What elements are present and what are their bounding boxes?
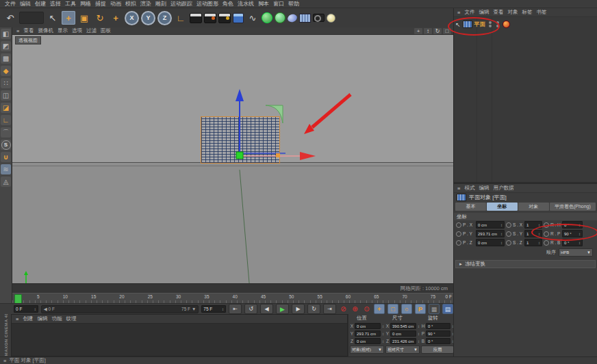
add-cube-object-icon[interactable] — [233, 13, 244, 23]
menu-file[interactable]: 文件 — [3, 0, 18, 8]
apply-button[interactable]: 应用 — [421, 346, 454, 354]
vp-menu-panel[interactable]: 面板 — [99, 27, 113, 34]
rot-b-field[interactable]: 0 ° — [426, 338, 450, 344]
record-keyframe-button[interactable]: ⊘ — [339, 304, 348, 313]
z-axis-lock-button[interactable]: Z — [157, 11, 172, 25]
keyframe-ring-icon[interactable] — [456, 231, 461, 237]
tab-basic[interactable]: 基本 — [455, 203, 486, 211]
workplane-mode-icon[interactable]: ◆ — [1, 66, 11, 76]
mat-menu-function[interactable]: 功能 — [49, 315, 64, 322]
menu-mograph[interactable]: 运动图形 — [194, 0, 220, 8]
end-frame-field[interactable]: 75 F ↕ — [201, 305, 226, 313]
vp-menu-display[interactable]: 显示 — [55, 27, 70, 34]
edges-mode-icon[interactable]: ◫ — [1, 90, 11, 101]
lock-workplane-icon[interactable]: ◬ — [1, 177, 11, 187]
points-mode-icon[interactable]: ∷ — [1, 78, 11, 88]
play-reverse-button[interactable]: ↺ — [244, 304, 257, 314]
order-dropdown[interactable]: HPB▼ — [559, 248, 593, 257]
mat-hamburger-icon[interactable]: ≡ — [14, 316, 21, 322]
size-mode-dropdown[interactable]: 相对尺寸▼ — [385, 346, 420, 354]
rot-p-field[interactable]: 90 ° — [426, 330, 450, 337]
vp-menu-cameras[interactable]: 摄像机 — [36, 27, 55, 34]
tab-object[interactable]: 对象 — [518, 203, 549, 211]
x-axis-arrowhead[interactable] — [300, 152, 316, 160]
keyframe-ring-icon[interactable] — [506, 231, 511, 237]
spinner-icon[interactable]: ↕ — [382, 332, 384, 336]
camera-object-icon[interactable] — [313, 14, 325, 22]
position-mode-dropdown[interactable]: 对象(相对)▼ — [350, 346, 384, 354]
polygons-mode-icon[interactable]: ◪ — [1, 103, 11, 113]
subdivision-surface-icon[interactable] — [262, 12, 272, 23]
mat-menu-texture[interactable]: 纹理 — [64, 315, 78, 322]
goto-start-button[interactable]: ⇤ — [229, 304, 242, 314]
menu-snap[interactable]: 捕捉 — [93, 0, 108, 8]
play-button[interactable]: ▶ — [276, 304, 289, 314]
array-generator-icon[interactable] — [275, 12, 285, 23]
sz-field[interactable]: 1↕ — [524, 239, 542, 246]
record-rotation-toggle[interactable]: ○ — [401, 304, 412, 314]
undo-icon[interactable]: ↶ — [3, 11, 17, 25]
vp-menu-options[interactable]: 选项 — [70, 27, 84, 34]
y-axis-lock-button[interactable]: Y — [141, 11, 155, 25]
pos-z-field[interactable]: 0 cm — [355, 338, 381, 344]
phong-tag-icon[interactable] — [503, 21, 510, 28]
tab-phong[interactable]: 平滑着色(Phong) — [550, 203, 596, 211]
menu-sculpt[interactable]: 雕刻 — [153, 0, 168, 8]
spinner-icon[interactable]: ↕ — [222, 307, 224, 311]
size-x-field[interactable]: 390.545 cm — [390, 323, 416, 329]
texture-mode-icon[interactable]: ▩ — [1, 53, 11, 64]
size-y-field[interactable]: 0 cm — [390, 330, 416, 337]
om-menu-edit[interactable]: 编辑 — [477, 9, 491, 16]
goto-end-button[interactable]: ⇥ — [323, 304, 336, 314]
pan-view-icon[interactable]: + — [414, 28, 422, 34]
am-menu-edit[interactable]: 编辑 — [477, 185, 491, 192]
spinner-icon[interactable]: ↕ — [382, 324, 384, 328]
menu-help[interactable]: 帮助 — [286, 0, 301, 8]
menu-pipeline[interactable]: 流水线 — [236, 0, 256, 8]
model-mode-icon[interactable]: ◩ — [1, 41, 11, 51]
am-hamburger-icon[interactable]: ≡ — [455, 185, 462, 192]
menu-character[interactable]: 角色 — [220, 0, 236, 8]
zoom-view-icon[interactable]: ↕ — [424, 28, 432, 34]
menu-tools[interactable]: 工具 — [63, 0, 78, 8]
view-label[interactable]: 透视视图 — [15, 36, 41, 44]
om-menu-view[interactable]: 查看 — [491, 9, 505, 16]
next-frame-button[interactable]: ▶ — [292, 304, 305, 314]
prev-frame-button[interactable]: ◀ — [260, 304, 273, 314]
x-axis-lock-button[interactable]: X — [125, 11, 139, 25]
am-menu-mode[interactable]: 模式 — [462, 185, 477, 192]
preview-range-slider[interactable]: ◀ 0 F 75 F ▼ — [41, 305, 199, 313]
mat-menu-create[interactable]: 创建 — [21, 315, 35, 322]
spinner-icon[interactable]: ↕ — [418, 324, 420, 328]
keyframe-ring-icon[interactable] — [456, 222, 461, 228]
keyframe-ring-icon[interactable] — [506, 222, 511, 228]
viewport-solo-icon[interactable]: ≋ — [1, 164, 11, 174]
menu-script[interactable]: 脚本 — [256, 0, 271, 8]
menu-motion-tracker[interactable]: 运动跟踪 — [168, 0, 194, 8]
z-axis-arrowhead[interactable] — [236, 89, 244, 101]
make-editable-icon[interactable]: ◧ — [1, 29, 11, 39]
keyframe-ring-icon[interactable] — [456, 240, 461, 246]
menu-select[interactable]: 选择 — [48, 0, 63, 8]
om-menu-tags[interactable]: 标签 — [520, 9, 534, 16]
keyframe-ring-icon[interactable] — [544, 240, 549, 246]
am-menu-userdata[interactable]: 用户数据 — [491, 185, 516, 192]
timeline-ruler[interactable]: 5 10 15 20 25 30 35 40 45 50 55 60 65 70… — [12, 293, 453, 303]
keyframe-ring-icon[interactable] — [506, 240, 511, 246]
floor-object-icon[interactable] — [299, 14, 311, 23]
spinner-icon[interactable]: ↕ — [34, 307, 36, 311]
render-settings-icon[interactable] — [218, 13, 231, 23]
record-position-toggle[interactable]: + — [374, 304, 385, 314]
menu-edit[interactable]: 编辑 — [18, 0, 33, 8]
pz-field[interactable]: 0 cm↕ — [476, 239, 505, 246]
pos-x-field[interactable]: 0 cm — [355, 323, 381, 329]
spinner-icon[interactable]: ↕ — [418, 339, 420, 343]
last-tool-icon[interactable]: + — [109, 11, 123, 25]
tab-coordinates[interactable]: 坐标 — [487, 203, 518, 211]
menu-simulate[interactable]: 模拟 — [123, 0, 138, 8]
render-picture-viewer-icon[interactable] — [204, 13, 216, 23]
object-manager[interactable]: ↖ 平面 — [454, 17, 597, 182]
move-tool-icon[interactable]: + — [62, 11, 75, 25]
pos-y-field[interactable]: 293.71 cm — [355, 330, 381, 337]
rot-h-field[interactable]: 0 ° — [426, 323, 450, 329]
